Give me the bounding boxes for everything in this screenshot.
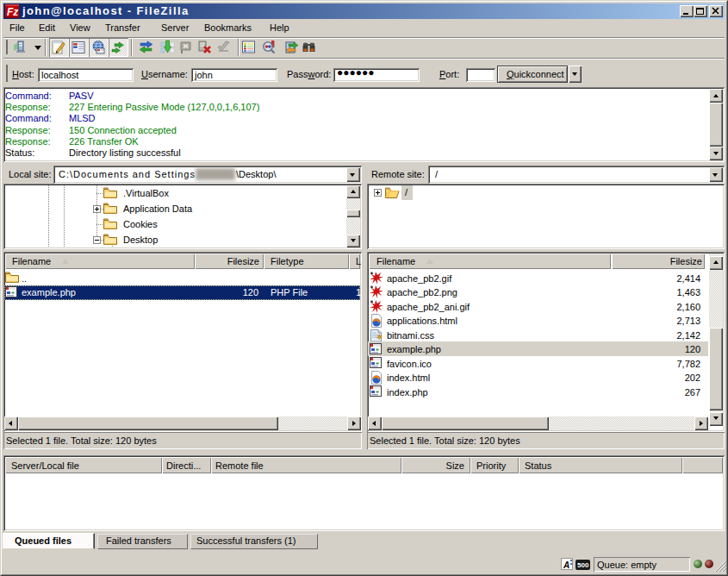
svg-text:Fz: Fz <box>7 6 18 18</box>
